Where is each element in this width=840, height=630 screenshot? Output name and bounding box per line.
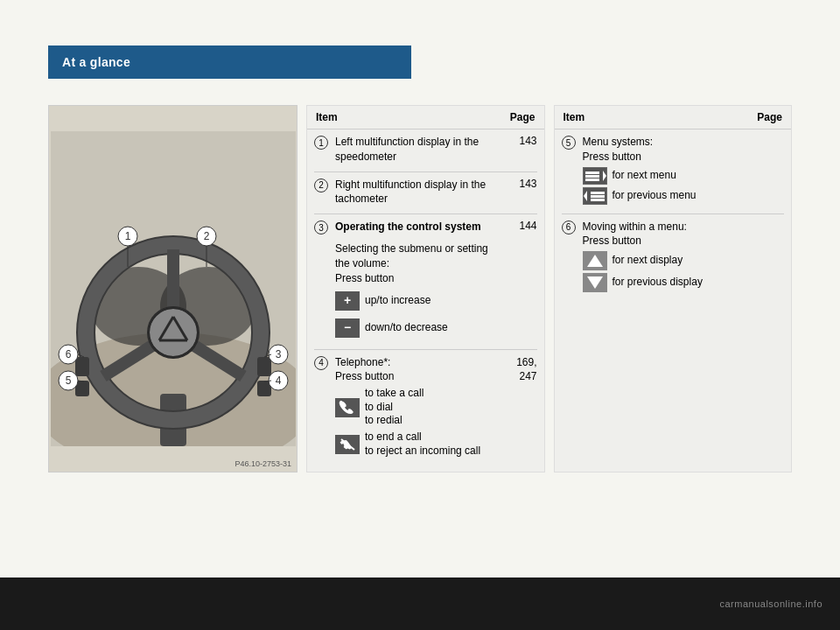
row-6-text: Moving within a menu:Press button: [583, 220, 750, 249]
row-number-5: 5: [562, 136, 576, 150]
plus-icon: +: [335, 291, 360, 311]
svg-text:4: 4: [275, 374, 281, 387]
divider: [314, 214, 537, 214]
image-caption: P46.10-2753-31: [234, 459, 291, 468]
divider: [562, 214, 785, 214]
display-next-icon: [583, 251, 607, 270]
row-number-1: 1: [314, 136, 328, 150]
svg-text:5: 5: [65, 374, 71, 387]
svg-rect-46: [591, 195, 605, 198]
plus-icon-row: + up/to increase: [335, 289, 502, 313]
row-number-2: 2: [314, 178, 328, 192]
phone-call-icon: [335, 398, 360, 417]
steering-wheel-svg: 1 2 3 4 6 5: [51, 131, 296, 446]
display-next-icon-row: for next display: [583, 251, 750, 270]
watermark-text: carmanualsonline.info: [719, 598, 822, 609]
phone-call-icon-row: to take a callto dialto redial: [335, 387, 502, 428]
display-prev-icon-row: for previous display: [583, 273, 750, 292]
svg-rect-40: [585, 172, 599, 174]
table-row: 5 Menu systems:Press button: [562, 135, 785, 206]
header-bar: At a glance: [48, 46, 411, 79]
left-table-header: Item Page: [307, 106, 544, 130]
svg-rect-18: [257, 357, 271, 376]
svg-rect-41: [585, 175, 599, 178]
row-1-content: Left multifunction display in the speedo…: [335, 135, 502, 164]
row-2-text: Right multifunction display in the tacho…: [335, 178, 486, 206]
row-2-page: 143: [502, 178, 537, 190]
table-row: 3 Selecting the submenu or setting the v…: [314, 242, 537, 341]
content-area: 1 2 3 4 6 5: [48, 105, 792, 472]
svg-text:3: 3: [275, 348, 281, 360]
table-row: 2 Right multifunction display in the tac…: [314, 178, 537, 207]
row-3b-text: Selecting the submenu or setting the vol…: [335, 242, 502, 285]
menu-next-icon-row: for next menu: [583, 167, 750, 185]
phone-end-icon: [335, 435, 360, 454]
phone-end-icon-row: to end a callto reject an incoming call: [335, 430, 502, 458]
menu-prev-icon: [583, 187, 607, 205]
row-4-content: Telephone*:Press button to take a callto…: [335, 355, 502, 460]
svg-rect-16: [75, 357, 89, 376]
row-2-content: Right multifunction display in the tacho…: [335, 178, 502, 207]
divider: [314, 172, 537, 172]
left-table: Item Page 1 Left multifunction display i…: [306, 105, 545, 472]
row-number-3a: 3: [314, 220, 328, 234]
minus-icon: −: [335, 318, 360, 338]
row-3a-content: Operating the control system: [335, 220, 502, 234]
svg-marker-50: [587, 276, 603, 289]
row-6-content: Moving within a menu:Press button for ne…: [583, 220, 750, 295]
row-1-page: 143: [502, 135, 537, 147]
left-table-page-label: Page: [510, 111, 536, 123]
table-row: 4 Telephone*:Press button to take a call…: [314, 355, 537, 460]
minus-icon-row: − down/to decrease: [335, 316, 502, 340]
svg-rect-47: [591, 199, 605, 201]
right-table: Item Page 5 Menu systems:Press button: [554, 105, 793, 472]
display-prev-icon: [583, 273, 607, 292]
right-table-header: Item Page: [555, 106, 792, 130]
row-4-text: Telephone*:Press button: [335, 355, 502, 385]
row-number-6: 6: [562, 220, 576, 234]
row-3b-content: Selecting the submenu or setting the vol…: [335, 242, 502, 341]
left-table-body: 1 Left multifunction display in the spee…: [307, 130, 544, 472]
row-5-content: Menu systems:Press button for next m: [583, 135, 750, 206]
svg-text:6: 6: [65, 348, 71, 360]
row-4-page: 169,247: [502, 355, 537, 385]
row-3a-text: Operating the control system: [335, 220, 481, 233]
plus-label: up/to increase: [365, 294, 430, 308]
right-table-page-label: Page: [757, 111, 782, 123]
menu-next-icon: [583, 167, 607, 185]
minus-label: down/to decrease: [365, 321, 448, 335]
row-1-text: Left multifunction display in the speedo…: [335, 136, 479, 163]
table-row: 6 Moving within a menu:Press button for …: [562, 220, 785, 295]
svg-rect-45: [591, 192, 605, 194]
row-number-4: 4: [314, 356, 328, 370]
right-table-body: 5 Menu systems:Press button: [555, 130, 792, 306]
display-prev-label: for previous display: [612, 276, 703, 290]
menu-prev-label: for previous menu: [612, 189, 696, 203]
menu-prev-icon-row: for previous menu: [583, 187, 750, 205]
bottom-bar: carmanualsonline.info: [0, 578, 840, 630]
row-3a-page: 144: [502, 220, 537, 232]
row-5-text: Menu systems:Press button: [583, 135, 750, 164]
divider: [314, 349, 537, 350]
table-row: 1 Left multifunction display in the spee…: [314, 135, 537, 164]
phone-end-label: to end a callto reject an incoming call: [365, 430, 480, 458]
svg-rect-42: [585, 178, 599, 181]
display-next-label: for next display: [612, 254, 683, 268]
left-table-item-label: Item: [316, 111, 338, 123]
menu-next-label: for next menu: [612, 169, 676, 183]
svg-text:2: 2: [203, 230, 209, 242]
right-table-item-label: Item: [564, 111, 585, 123]
svg-text:1: 1: [124, 230, 130, 242]
steering-wheel-image: 1 2 3 4 6 5: [48, 105, 298, 472]
table-row: 3 Operating the control system 144: [314, 220, 537, 234]
phone-call-label: to take a callto dialto redial: [365, 387, 424, 428]
page-title: At a glance: [62, 55, 130, 69]
svg-marker-49: [587, 255, 603, 267]
